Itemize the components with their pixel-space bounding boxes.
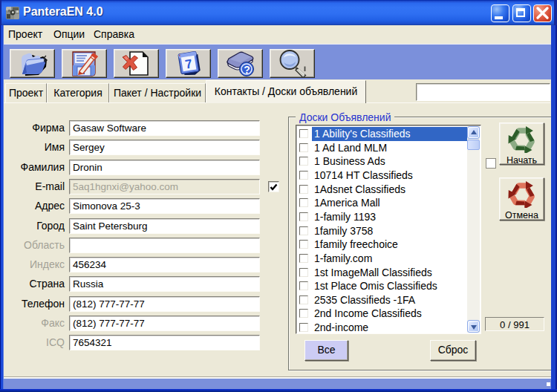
svg-text:?: ?: [244, 63, 250, 75]
